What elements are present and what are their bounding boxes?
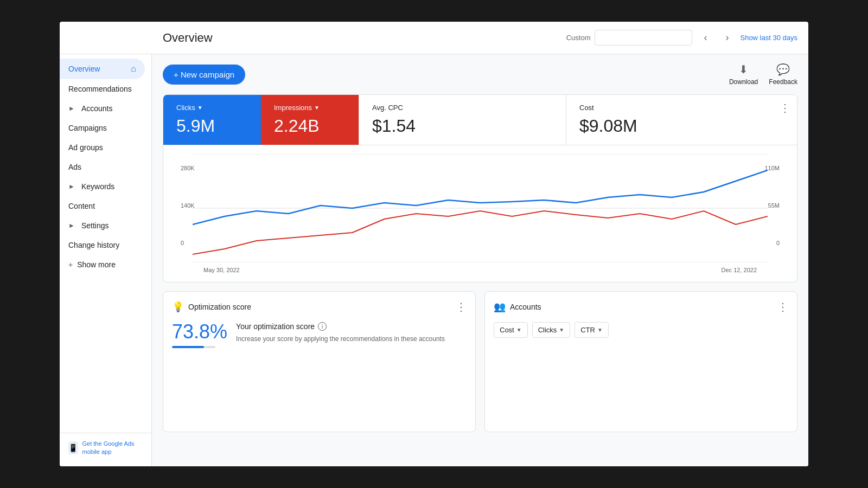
score-left: 73.8% <box>172 322 227 348</box>
chart-y-labels-left: 280K 140K 0 <box>181 165 195 246</box>
stats-card: Clicks ▼ 5.9M Impressions ▼ 2.24B <box>163 94 797 282</box>
sidebar-item-overview-label: Overview <box>68 65 100 73</box>
metric-impressions[interactable]: Impressions ▼ 2.24B <box>261 95 359 145</box>
y-left-bottom: 0 <box>181 240 195 246</box>
sidebar-item-accounts[interactable]: ► Accounts <box>60 99 145 118</box>
metric-cost-value: $9.08M <box>579 116 760 136</box>
download-button[interactable]: ⬇ Download <box>729 63 758 86</box>
sidebar-item-ad-groups[interactable]: Ad groups <box>60 138 145 157</box>
sidebar-item-change-history[interactable]: Change history <box>60 235 145 255</box>
chart-svg <box>193 154 768 262</box>
filter-clicks-arrow: ▼ <box>559 327 564 333</box>
clicks-dropdown-icon: ▼ <box>197 105 203 111</box>
new-campaign-button[interactable]: + New campaign <box>163 65 245 85</box>
mobile-icon: 📱 <box>68 441 78 454</box>
sidebar-item-keywords-label: Keywords <box>81 182 114 191</box>
score-bar <box>172 346 215 348</box>
chart-x-end: Dec 12, 2022 <box>722 267 757 273</box>
metric-clicks[interactable]: Clicks ▼ 5.9M <box>163 95 261 145</box>
metric-cost-label: Cost <box>579 104 760 112</box>
y-right-mid: 55M <box>764 202 780 209</box>
sidebar-item-show-more[interactable]: + Show more <box>60 255 145 274</box>
date-input[interactable] <box>595 30 692 46</box>
score-desc: Increase your score by applying the reco… <box>236 334 467 344</box>
main-layout: Overview ⌂ Recommendations ► Accounts Ca… <box>60 54 808 466</box>
feedback-label: Feedback <box>769 78 797 86</box>
top-bar: Overview Custom ‹ › Show last 30 days <box>60 22 808 54</box>
metric-cost: Cost $9.08M <box>566 95 773 145</box>
metric-clicks-label: Clicks ▼ <box>176 104 248 112</box>
info-icon[interactable]: i <box>318 322 327 331</box>
filter-cost[interactable]: Cost ▼ <box>494 322 528 338</box>
feedback-icon: 💬 <box>776 63 790 76</box>
bottom-cards: 💡 Optimization score ⋮ 73.8% <box>163 291 797 432</box>
download-label: Download <box>729 78 758 86</box>
plus-icon: + <box>68 260 73 269</box>
score-value: 73.8% <box>172 322 227 342</box>
sidebar-item-campaigns-label: Campaigns <box>68 124 107 132</box>
page-title: Overview <box>152 31 566 45</box>
sidebar-item-ads[interactable]: Ads <box>60 157 145 177</box>
settings-arrow-icon: ► <box>68 222 75 229</box>
y-right-bottom: 0 <box>764 240 780 246</box>
accounts-more-button[interactable]: ⋮ <box>777 300 788 313</box>
app-frame: Overview Custom ‹ › Show last 30 days Ov… <box>60 22 808 466</box>
sidebar-item-settings-label: Settings <box>81 221 109 230</box>
optimization-card-title: Optimization score <box>188 303 251 311</box>
date-label: Custom <box>566 34 591 42</box>
filter-cost-label: Cost <box>500 326 514 334</box>
mobile-app-promo[interactable]: 📱 Get the Google Ads mobile app <box>68 440 143 455</box>
sidebar-item-campaigns[interactable]: Campaigns <box>60 118 145 138</box>
chart-x-start: May 30, 2022 <box>203 267 240 273</box>
stats-more-button[interactable]: ⋮ <box>773 95 797 121</box>
y-left-mid: 140K <box>181 202 195 209</box>
home-icon: ⌂ <box>131 64 136 74</box>
sidebar-item-settings[interactable]: ► Settings <box>60 216 145 235</box>
sidebar-item-content[interactable]: Content <box>60 196 145 216</box>
y-left-top: 280K <box>181 165 195 171</box>
header-actions: ⬇ Download 💬 Feedback <box>729 63 797 86</box>
sidebar-item-change-history-label: Change history <box>68 241 119 249</box>
metric-avg-cpc: Avg. CPC $1.54 <box>359 95 566 145</box>
metric-clicks-value: 5.9M <box>176 116 248 136</box>
filter-ctr-arrow: ▼ <box>597 327 603 333</box>
sidebar-item-recommendations[interactable]: Recommendations <box>60 79 145 99</box>
prev-date-button[interactable]: ‹ <box>697 29 714 47</box>
filter-clicks-label: Clicks <box>538 326 557 334</box>
keywords-arrow-icon: ► <box>68 183 75 190</box>
optimization-score: 73.8% Your optimization score i Increase… <box>172 322 467 348</box>
accounts-filters: Cost ▼ Clicks ▼ CTR ▼ <box>494 322 788 338</box>
filter-clicks[interactable]: Clicks ▼ <box>532 322 571 338</box>
next-date-button[interactable]: › <box>718 29 736 47</box>
metric-avg-cpc-value: $1.54 <box>372 116 553 136</box>
show-last-30-button[interactable]: Show last 30 days <box>740 34 797 42</box>
top-bar-right: Custom ‹ › Show last 30 days <box>566 29 797 47</box>
accounts-card-title: Accounts <box>510 303 541 311</box>
show-more-label: Show more <box>77 260 116 269</box>
content-area: + New campaign ⬇ Download 💬 Feedback <box>152 54 808 466</box>
metric-impressions-value: 2.24B <box>274 116 346 136</box>
sidebar: Overview ⌂ Recommendations ► Accounts Ca… <box>60 54 152 466</box>
optimization-card: 💡 Optimization score ⋮ 73.8% <box>163 291 476 432</box>
chart-y-labels-right: 110M 55M 0 <box>764 165 780 246</box>
filter-ctr[interactable]: CTR ▼ <box>575 322 609 338</box>
sidebar-item-ads-label: Ads <box>68 163 81 171</box>
feedback-button[interactable]: 💬 Feedback <box>769 63 797 86</box>
optimization-icon: 💡 <box>172 301 184 313</box>
optimization-more-button[interactable]: ⋮ <box>456 300 467 313</box>
accounts-card-header: 👥 Accounts ⋮ <box>494 300 788 313</box>
filter-cost-arrow: ▼ <box>516 327 522 333</box>
chart-x-labels: May 30, 2022 Dec 12, 2022 <box>193 267 768 273</box>
sidebar-item-accounts-label: Accounts <box>81 104 113 113</box>
score-info: Your optimization score i Increase your … <box>236 322 467 344</box>
impressions-dropdown-icon: ▼ <box>314 105 320 111</box>
score-title: Your optimization score i <box>236 322 467 331</box>
metric-avg-cpc-label: Avg. CPC <box>372 104 553 112</box>
sidebar-item-keywords[interactable]: ► Keywords <box>60 177 145 196</box>
accounts-card-icon: 👥 <box>494 301 506 313</box>
sidebar-bottom: 📱 Get the Google Ads mobile app <box>60 433 151 462</box>
metric-impressions-label: Impressions ▼ <box>274 104 346 112</box>
sidebar-item-overview[interactable]: Overview ⌂ <box>60 59 145 79</box>
mobile-app-label: Get the Google Ads mobile app <box>82 440 143 455</box>
sidebar-item-recommendations-label: Recommendations <box>68 85 132 93</box>
